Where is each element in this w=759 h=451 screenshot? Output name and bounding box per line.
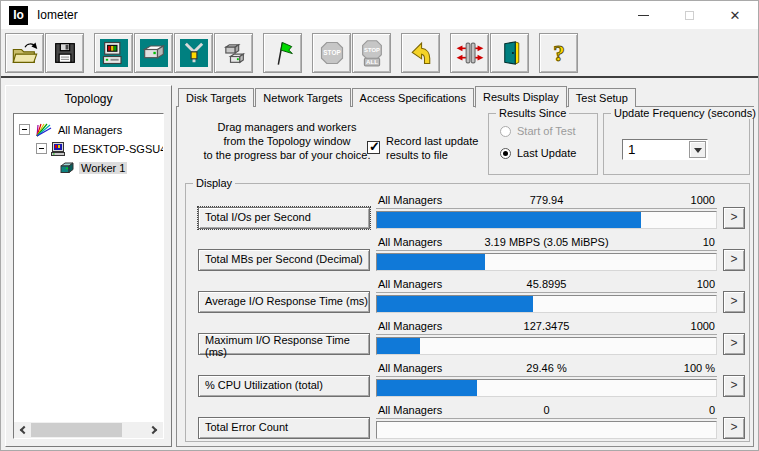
tree-horizontal-scrollbar[interactable]	[14, 422, 163, 438]
progress-bar	[376, 253, 717, 271]
progress-fill	[377, 338, 420, 354]
metric-manager: All Managers	[378, 404, 442, 416]
metric-value: 0	[543, 404, 549, 416]
disk-worker-icon	[140, 39, 168, 67]
tree-label: All Managers	[56, 124, 124, 136]
manager-computer-icon	[51, 142, 67, 156]
tree-label: Worker 1	[79, 162, 127, 174]
reset-arrow-icon	[407, 39, 435, 67]
progress-bar	[376, 421, 717, 439]
metric-max: 100 %	[684, 362, 715, 374]
metric-select-button[interactable]: Total I/Os per Second	[198, 207, 370, 229]
worker-icon	[60, 162, 75, 174]
radio-label: Start of Test	[517, 125, 576, 137]
help-button[interactable]: ?	[539, 33, 578, 73]
progress-fill	[377, 212, 641, 228]
maximize-icon	[685, 11, 694, 20]
scroll-right-button[interactable]	[146, 422, 163, 438]
progress-bar	[376, 211, 717, 229]
minimize-button[interactable]	[620, 1, 666, 29]
collapse-icon[interactable]	[36, 143, 47, 154]
record-results-checkbox[interactable]: ✓	[367, 141, 380, 154]
app-logo-icon: Io	[9, 6, 28, 25]
iometer-window: Io Iometer ✕	[0, 0, 759, 451]
progress-fill	[377, 296, 533, 312]
duplicate-selected-worker-button[interactable]	[214, 33, 253, 73]
progress-bar	[376, 295, 717, 313]
expand-results-button[interactable]: >	[723, 375, 745, 397]
tree-label: DESKTOP-SGSU4	[71, 143, 164, 155]
metric-value: 45.8995	[527, 278, 567, 290]
radio-start-of-test: Start of Test	[500, 125, 576, 137]
metric-row-cpu: % CPU Utilization (total) All Managers 2…	[198, 362, 745, 397]
tab-results-display[interactable]: Results Display	[475, 86, 567, 108]
progress-bar	[376, 379, 717, 397]
open-test-file-button[interactable]	[5, 33, 44, 73]
topology-tree: All Managers DESKTOP-SGSU4	[13, 113, 164, 439]
metric-select-button[interactable]: Total MBs per Second (Decimal)	[198, 249, 370, 271]
expand-results-button[interactable]: >	[723, 333, 745, 355]
metric-value: 127.3475	[524, 320, 570, 332]
green-flag-icon	[269, 39, 297, 67]
start-tests-button[interactable]	[263, 33, 302, 73]
scrollbar-track[interactable]	[31, 422, 146, 438]
start-new-manager-button[interactable]	[94, 33, 133, 73]
metric-row-total-mbs: Total MBs per Second (Decimal) All Manag…	[198, 236, 745, 271]
metric-row-total-ios: Total I/Os per Second All Managers 779.9…	[198, 194, 745, 229]
svg-text:?: ?	[553, 40, 565, 66]
display-group: Display Total I/Os per Second All Manage…	[185, 183, 750, 442]
tab-test-setup[interactable]: Test Setup	[568, 88, 636, 107]
tab-access-specifications[interactable]: Access Specifications	[352, 88, 474, 107]
metric-select-button[interactable]: % CPU Utilization (total)	[198, 375, 370, 397]
scroll-left-button[interactable]	[14, 422, 31, 438]
save-floppy-icon	[51, 39, 79, 67]
metric-value: 3.19 MBPS (3.05 MiBPS)	[484, 236, 608, 248]
tab-network-targets[interactable]: Network Targets	[255, 88, 350, 107]
tree-item-worker[interactable]: Worker 1	[14, 158, 163, 177]
abort-tests-button[interactable]	[450, 33, 489, 73]
metric-select-button[interactable]: Maximum I/O Response Time (ms)	[198, 333, 370, 355]
metric-row-max-response: Maximum I/O Response Time (ms) All Manag…	[198, 320, 745, 355]
reset-results-button[interactable]	[401, 33, 440, 73]
open-folder-icon	[11, 39, 39, 67]
radio-icon	[500, 126, 511, 137]
save-test-file-button[interactable]	[45, 33, 84, 73]
expand-results-button[interactable]: >	[723, 207, 745, 229]
metric-select-button[interactable]: Average I/O Response Time (ms)	[198, 291, 370, 313]
stop-all-sign-icon: STOP ALL	[358, 39, 386, 67]
update-frequency-title: Update Frequency (seconds)	[611, 107, 759, 119]
tree-item-manager[interactable]: DESKTOP-SGSU4	[14, 139, 163, 158]
svg-text:ALL: ALL	[366, 59, 378, 65]
tree-item-all-managers[interactable]: All Managers	[14, 120, 163, 139]
stop-test-button: STOP	[312, 33, 351, 73]
update-frequency-dropdown[interactable]: 1	[622, 139, 708, 160]
metric-manager: All Managers	[378, 320, 442, 332]
metric-bar-area: All Managers 127.3475 1000	[376, 320, 717, 355]
progress-fill	[377, 254, 485, 270]
expand-results-button[interactable]: >	[723, 291, 745, 313]
metric-select-button[interactable]: Total Error Count	[198, 417, 370, 439]
start-new-network-worker-button[interactable]	[174, 33, 213, 73]
abort-barrier-icon	[456, 39, 484, 67]
close-button[interactable]: ✕	[712, 1, 758, 29]
scrollbar-thumb[interactable]	[31, 423, 122, 437]
metric-labels: All Managers 45.8995 100	[376, 278, 717, 293]
checkmark-icon: ✓	[369, 139, 380, 154]
exit-button[interactable]	[490, 33, 529, 73]
progress-fill	[377, 380, 477, 396]
start-new-disk-worker-button[interactable]	[134, 33, 173, 73]
expand-results-button[interactable]: >	[723, 417, 745, 439]
metric-bar-area: All Managers 45.8995 100	[376, 278, 717, 313]
metric-bar-area: All Managers 779.94 1000	[376, 194, 717, 229]
radio-last-update[interactable]: Last Update	[500, 147, 576, 159]
close-icon: ✕	[730, 9, 741, 22]
tab-disk-targets[interactable]: Disk Targets	[178, 88, 254, 107]
collapse-icon[interactable]	[19, 124, 30, 135]
metric-labels: All Managers 29.46 % 100 %	[376, 362, 717, 377]
expand-results-button[interactable]: >	[723, 249, 745, 271]
network-worker-icon	[180, 39, 208, 67]
metric-manager: All Managers	[378, 278, 442, 290]
update-frequency-group: Update Frequency (seconds) 1	[603, 113, 750, 175]
window-title: Iometer	[37, 8, 78, 22]
metric-labels: All Managers 3.19 MBPS (3.05 MiBPS) 10	[376, 236, 717, 251]
